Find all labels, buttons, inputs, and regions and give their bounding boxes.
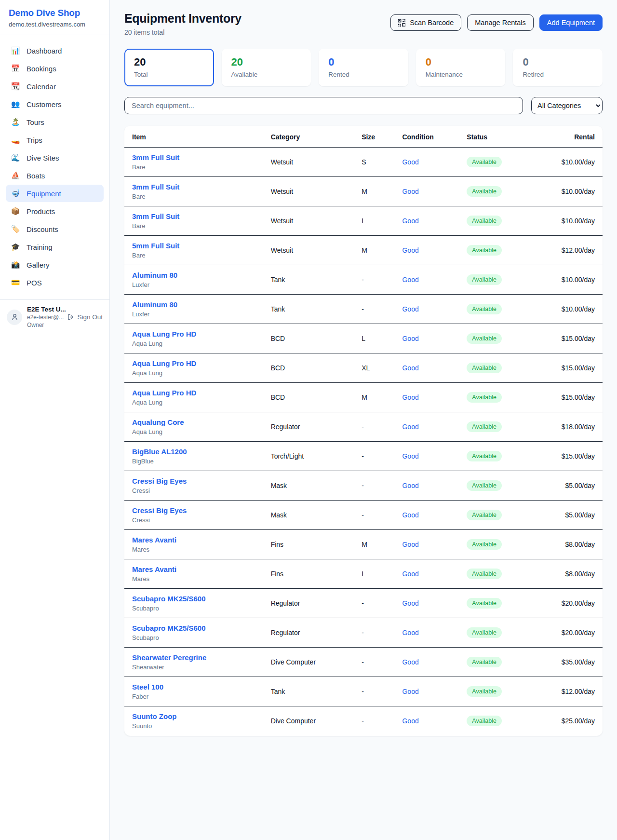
cell-rental: $20.00/day <box>543 618 603 648</box>
status-badge: Available <box>467 363 502 373</box>
status-badge: Available <box>467 480 502 491</box>
sidebar-item-pos[interactable]: 💳POS <box>6 274 104 291</box>
item-name-link[interactable]: Cressi Big Eyes <box>132 477 255 485</box>
cell-item: Cressi Big EyesCressi <box>124 471 263 501</box>
status-badge: Available <box>467 598 502 609</box>
cell-status: Available <box>459 706 543 736</box>
item-name-link[interactable]: Mares Avanti <box>132 565 255 573</box>
cell-size: S <box>354 148 394 177</box>
condition-link[interactable]: Good <box>402 423 418 431</box>
manage-rentals-label: Manage Rentals <box>475 19 526 27</box>
item-name-link[interactable]: Aluminum 80 <box>132 271 255 279</box>
stat-card-total[interactable]: 20Total <box>124 49 214 86</box>
item-name-link[interactable]: Steel 100 <box>132 683 255 691</box>
cell-size: - <box>354 677 394 706</box>
item-name-link[interactable]: Cressi Big Eyes <box>132 506 255 515</box>
user-role: Owner <box>27 322 62 328</box>
condition-link[interactable]: Good <box>402 599 418 607</box>
condition-link[interactable]: Good <box>402 541 418 548</box>
item-name-link[interactable]: 3mm Full Suit <box>132 212 255 220</box>
condition-link[interactable]: Good <box>402 276 418 284</box>
scan-barcode-button[interactable]: Scan Barcode <box>390 14 461 31</box>
condition-link[interactable]: Good <box>402 658 418 666</box>
sidebar-item-discounts[interactable]: 🏷️Discounts <box>6 220 104 238</box>
sidebar-item-products[interactable]: 📦Products <box>6 203 104 220</box>
stat-card-rented[interactable]: 0Rented <box>319 49 408 86</box>
column-condition: Condition <box>394 126 459 148</box>
stat-card-available[interactable]: 20Available <box>222 49 311 86</box>
sidebar-item-dive-sites[interactable]: 🌊Dive Sites <box>6 149 104 166</box>
status-badge: Available <box>467 657 502 667</box>
condition-link[interactable]: Good <box>402 393 418 401</box>
item-name-link[interactable]: Aluminum 80 <box>132 300 255 309</box>
sidebar-item-customers[interactable]: 👥Customers <box>6 95 104 113</box>
condition-link[interactable]: Good <box>402 629 418 637</box>
status-badge: Available <box>467 186 502 197</box>
cell-size: - <box>354 648 394 677</box>
cell-rental: $10.00/day <box>543 148 603 177</box>
item-name-link[interactable]: Aqua Lung Pro HD <box>132 389 255 397</box>
item-name-link[interactable]: Aqua Lung Pro HD <box>132 330 255 338</box>
sidebar-item-dashboard[interactable]: 📊Dashboard <box>6 42 104 59</box>
status-badge: Available <box>467 716 502 726</box>
table-row: Aluminum 80LuxferTank-GoodAvailable$10.0… <box>124 295 603 324</box>
add-equipment-button[interactable]: Add Equipment <box>539 14 603 31</box>
category-select[interactable]: All Categories <box>531 97 603 114</box>
cell-item: Aqualung CoreAqua Lung <box>124 412 263 442</box>
stat-card-maintenance[interactable]: 0Maintenance <box>416 49 506 86</box>
manage-rentals-button[interactable]: Manage Rentals <box>467 14 534 31</box>
item-name-link[interactable]: Mares Avanti <box>132 536 255 544</box>
cell-category: Fins <box>263 559 354 589</box>
sidebar-item-equipment[interactable]: 🤿Equipment <box>6 185 104 202</box>
condition-link[interactable]: Good <box>402 717 418 725</box>
item-name-link[interactable]: Shearwater Peregrine <box>132 653 255 662</box>
item-name-link[interactable]: Aqualung Core <box>132 418 255 426</box>
item-name-link[interactable]: Suunto Zoop <box>132 712 255 720</box>
item-brand: Shearwater <box>132 664 255 671</box>
cell-status: Available <box>459 471 543 501</box>
condition-link[interactable]: Good <box>402 364 418 372</box>
sidebar-item-boats[interactable]: ⛵Boats <box>6 167 104 184</box>
stat-value: 20 <box>134 56 204 68</box>
sidebar-item-bookings[interactable]: 📅Bookings <box>6 60 104 77</box>
condition-link[interactable]: Good <box>402 158 418 166</box>
stat-card-retired[interactable]: 0Retired <box>513 49 603 86</box>
sidebar-item-gallery[interactable]: 📸Gallery <box>6 256 104 273</box>
sidebar-item-calendar[interactable]: 📆Calendar <box>6 78 104 95</box>
condition-link[interactable]: Good <box>402 246 418 254</box>
condition-link[interactable]: Good <box>402 482 418 489</box>
cell-condition: Good <box>394 236 459 265</box>
user-meta: E2E Test U... e2e-tester@... Owner <box>27 306 62 328</box>
status-badge: Available <box>467 157 502 167</box>
condition-link[interactable]: Good <box>402 335 418 342</box>
item-brand: BigBlue <box>132 458 255 465</box>
condition-link[interactable]: Good <box>402 511 418 519</box>
cell-item: Aluminum 80Luxfer <box>124 265 263 295</box>
condition-link[interactable]: Good <box>402 188 418 195</box>
sign-out-button[interactable]: Sign Out <box>67 313 103 321</box>
condition-link[interactable]: Good <box>402 305 418 313</box>
sidebar-item-trips[interactable]: 🚤Trips <box>6 131 104 149</box>
item-name-link[interactable]: 5mm Full Suit <box>132 242 255 250</box>
item-name-link[interactable]: 3mm Full Suit <box>132 153 255 162</box>
table-row: Aqua Lung Pro HDAqua LungBCDXLGoodAvaila… <box>124 353 603 383</box>
search-input[interactable] <box>124 97 523 114</box>
cell-item: BigBlue AL1200BigBlue <box>124 442 263 471</box>
cell-item: 5mm Full SuitBare <box>124 236 263 265</box>
condition-link[interactable]: Good <box>402 570 418 578</box>
item-name-link[interactable]: Aqua Lung Pro HD <box>132 359 255 367</box>
item-name-link[interactable]: 3mm Full Suit <box>132 183 255 191</box>
item-name-link[interactable]: BigBlue AL1200 <box>132 447 255 456</box>
cell-size: L <box>354 324 394 353</box>
item-brand: Cressi <box>132 516 255 524</box>
condition-link[interactable]: Good <box>402 217 418 225</box>
sidebar-item-training[interactable]: 🎓Training <box>6 238 104 256</box>
cell-condition: Good <box>394 383 459 412</box>
stat-value: 0 <box>426 56 496 68</box>
item-name-link[interactable]: Scubapro MK25/S600 <box>132 595 255 603</box>
condition-link[interactable]: Good <box>402 452 418 460</box>
condition-link[interactable]: Good <box>402 688 418 695</box>
item-name-link[interactable]: Scubapro MK25/S600 <box>132 624 255 632</box>
cell-category: BCD <box>263 324 354 353</box>
sidebar-item-tours[interactable]: 🏝️Tours <box>6 113 104 131</box>
